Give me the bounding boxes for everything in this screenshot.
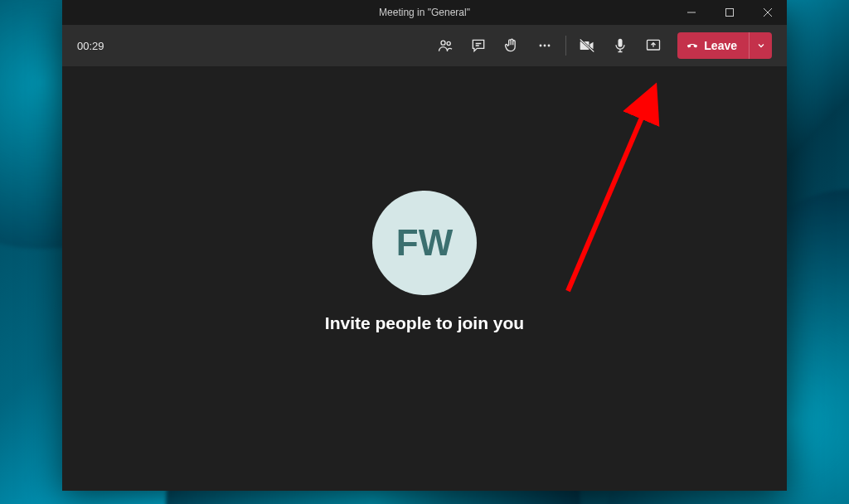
toolbar-group-left <box>431 32 559 60</box>
svg-point-1 <box>441 41 445 45</box>
chat-icon <box>470 37 487 54</box>
share-screen-button[interactable] <box>639 32 667 60</box>
participants-button[interactable] <box>431 32 459 60</box>
avatar-initials: FW <box>396 222 453 264</box>
svg-point-2 <box>447 41 450 45</box>
close-icon <box>764 8 772 17</box>
meeting-toolbar: 00:29 <box>62 25 787 66</box>
hangup-icon <box>686 39 699 52</box>
meeting-window: Meeting in "General" 00:29 <box>62 0 787 491</box>
chevron-down-icon <box>756 41 766 51</box>
svg-line-8 <box>568 96 651 291</box>
svg-rect-0 <box>726 9 734 17</box>
leave-dropdown-button[interactable] <box>749 32 772 59</box>
meeting-stage: FW Invite people to join you <box>62 66 787 491</box>
window-title: Meeting in "General" <box>379 7 470 18</box>
participant-avatar: FW <box>372 191 477 295</box>
svg-point-4 <box>544 45 546 47</box>
meeting-timer: 00:29 <box>77 40 104 52</box>
chat-button[interactable] <box>464 32 492 60</box>
window-close-button[interactable] <box>749 0 787 25</box>
share-screen-icon <box>645 37 662 54</box>
camera-toggle-button[interactable] <box>573 32 601 60</box>
hand-icon <box>503 37 520 54</box>
svg-point-5 <box>548 45 551 47</box>
window-minimize-button[interactable] <box>672 0 711 25</box>
more-icon <box>536 37 553 54</box>
annotation-arrow <box>551 80 667 299</box>
more-actions-button[interactable] <box>531 32 559 60</box>
maximize-icon <box>725 8 734 17</box>
invite-prompt: Invite people to join you <box>325 313 524 333</box>
leave-button-label: Leave <box>704 39 737 52</box>
toolbar-group-media <box>573 32 667 60</box>
toolbar-divider <box>565 36 566 56</box>
leave-button[interactable]: Leave <box>677 32 749 59</box>
window-maximize-button[interactable] <box>711 0 749 25</box>
people-icon <box>437 37 454 54</box>
camera-off-icon <box>579 37 595 54</box>
mic-toggle-button[interactable] <box>606 32 634 60</box>
leave-button-group: Leave <box>677 32 772 59</box>
window-titlebar: Meeting in "General" <box>62 0 787 25</box>
svg-point-3 <box>540 45 542 47</box>
window-controls <box>672 0 787 25</box>
raise-hand-button[interactable] <box>497 32 526 60</box>
microphone-icon <box>612 37 628 54</box>
minimize-icon <box>687 8 696 17</box>
